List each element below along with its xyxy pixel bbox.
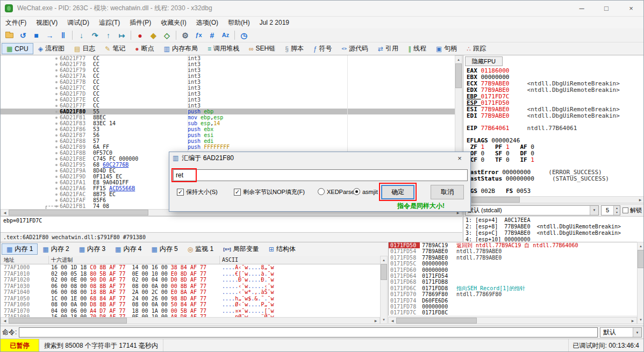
tab-memmap[interactable]: ▥内存布局 bbox=[159, 43, 203, 54]
stepper-buttons[interactable]: ▲▼ bbox=[613, 206, 620, 215]
register-row[interactable]: LastStatus 00000000 (STATUS_SUCCESS) bbox=[463, 176, 644, 182]
stack-row[interactable]: 0171FD680171FDB8 bbox=[389, 279, 637, 285]
assembler-engine-radio-0[interactable]: XEDParse bbox=[318, 188, 354, 195]
register-row[interactable]: EIP 77B64061 ntdll.77B64061 bbox=[463, 125, 644, 132]
tab-handles[interactable]: ▣句柄 bbox=[431, 43, 462, 54]
clock-button[interactable]: ◷ bbox=[237, 29, 251, 41]
bottom-tab-struct[interactable]: ⊞结构体 bbox=[264, 243, 300, 255]
open-file-button[interactable] bbox=[3, 29, 16, 41]
tab-callstack[interactable]: ≡调用堆栈 bbox=[203, 43, 244, 54]
assemble-option-checkbox-0[interactable]: ✓保持大小(S) bbox=[177, 188, 218, 196]
cancel-button[interactable]: 取消 bbox=[431, 185, 464, 199]
menu-item-1[interactable]: 视图(V) bbox=[31, 17, 62, 29]
scroll-up-button[interactable]: ▲ bbox=[455, 56, 462, 63]
stack-view[interactable]: 0171FD5077B9AC19返回到 ntdll.77B9AC19 自 ntd… bbox=[388, 242, 637, 315]
argument-count-stepper[interactable]: 5 ▲▼ bbox=[601, 205, 620, 215]
stack-row[interactable]: 0171FD5077B9AC19返回到 ntdll.77B9AC19 自 ntd… bbox=[389, 242, 637, 248]
scrollbar-thumb[interactable] bbox=[638, 250, 644, 268]
hash-button[interactable]: # bbox=[205, 29, 219, 41]
scroll-left-button[interactable]: ◀ bbox=[1, 210, 9, 215]
command-input[interactable] bbox=[19, 327, 598, 337]
scroll-up-button[interactable]: ▲ bbox=[381, 256, 387, 264]
flags-row[interactable]: CF 0 TF 0 IF 1 bbox=[463, 157, 644, 163]
argument-row[interactable]: 4: [esp+10] 00000000 bbox=[463, 236, 644, 242]
command-profile-select[interactable]: 默认 ▼ bbox=[600, 327, 642, 337]
menu-item-4[interactable]: 插件(P) bbox=[125, 17, 156, 29]
argument-row[interactable]: 1: [esp+4] A0C17EEA bbox=[463, 217, 644, 224]
scrollbar-thumb[interactable] bbox=[455, 63, 462, 88]
unlock-checkbox[interactable]: 解锁 bbox=[622, 206, 643, 214]
scroll-down-button[interactable]: ▼ bbox=[381, 316, 387, 324]
disasm-row[interactable]: 6AD21F7BCCint3 bbox=[1, 79, 455, 85]
registers-hscrollbar[interactable]: ◀▶ bbox=[463, 196, 644, 203]
assemble-instruction-input[interactable] bbox=[173, 169, 468, 181]
menu-item-0[interactable]: 文件(F) bbox=[1, 17, 31, 29]
disasm-row[interactable]: 6AD21F818BECmov ebp,esp bbox=[1, 114, 455, 120]
dialog-close-button[interactable]: × bbox=[452, 152, 467, 164]
tab-script[interactable]: §脚本 bbox=[280, 43, 309, 54]
stack-row[interactable]: 0171FD6000000000 bbox=[389, 267, 637, 273]
trace-into-button[interactable]: ◆ bbox=[147, 29, 160, 41]
dump-row[interactable]: 77AF10501C 00 1E 00 68 84 AF 77 24 00 26… bbox=[1, 296, 380, 302]
menu-item-2[interactable]: 调试(D) bbox=[62, 17, 94, 29]
scroll-up-button[interactable]: ▲ bbox=[638, 242, 644, 250]
dump-row[interactable]: 77AF104006 00 08 00 18 8B AF 77 2A 00 2C… bbox=[1, 289, 380, 296]
calling-convention-select[interactable]: 默认 (stdcall) ▼ bbox=[465, 205, 599, 215]
disasm-row[interactable]: 6AD21F7DCCint3 bbox=[1, 91, 455, 97]
menu-item-8[interactable]: Jul 2 2019 bbox=[255, 17, 294, 28]
scrollbar-thumb[interactable] bbox=[381, 264, 387, 280]
register-row[interactable]: EDI 77B9ABE0 <ntdll.DbgUiRemoteBreakin> bbox=[463, 113, 644, 119]
stop-debug-button[interactable]: ■ bbox=[30, 29, 43, 41]
menu-item-7[interactable]: 帮助(H) bbox=[223, 17, 255, 29]
disasm-row[interactable]: 6AD21F79CCint3 bbox=[1, 67, 455, 73]
scrollbar-thumb[interactable] bbox=[9, 210, 148, 215]
stack-row[interactable]: 0171FD7077869F80ntdll.77869F80 bbox=[389, 291, 637, 297]
dump-vscrollbar[interactable]: ▲▼ bbox=[380, 256, 388, 324]
stack-hscrollbar[interactable]: ◀▶ bbox=[388, 317, 637, 324]
tab-symbols[interactable]: ƒ符号 bbox=[309, 43, 337, 54]
stack-row[interactable]: 0171FD5877B9ABE0ntdll.77B9ABE0 bbox=[389, 255, 637, 261]
disasm-row[interactable]: 6AD21F8653push ebx bbox=[1, 126, 455, 132]
dump-row[interactable]: 77AF103006 00 08 00 08 8B AF 77 08 00 0A… bbox=[1, 283, 380, 290]
breakpoints-button[interactable]: ● bbox=[133, 29, 147, 41]
scroll-down-button[interactable]: ▼ bbox=[638, 316, 644, 324]
stack-row[interactable]: 0171FD5477B9ABE0ntdll.77B9ABE0 bbox=[389, 248, 637, 254]
tab-trace[interactable]: ∴跟踪 bbox=[462, 43, 491, 54]
disasm-row[interactable]: 6AD21F7CCCint3 bbox=[1, 85, 455, 91]
dump-row[interactable]: 77AF107004 00 06 00 A4 D7 AF 77 18 00 1A… bbox=[1, 308, 380, 314]
scroll-right-button[interactable]: ▶ bbox=[636, 197, 644, 203]
dump-row[interactable]: 77AF106008 00 0A 00 D8 8B AF 77 08 00 0A… bbox=[1, 301, 380, 308]
disasm-row[interactable]: 6AD21F78CCint3 bbox=[1, 61, 455, 67]
tab-breakpoints[interactable]: ●断点 bbox=[130, 43, 159, 54]
argument-row[interactable]: 3: [esp+C] 77B9ABE0 <ntdll.DbgUiRemoteBr… bbox=[463, 230, 644, 236]
bottom-tab-locals[interactable]: [x=]局部变量 bbox=[218, 243, 263, 255]
dump-row[interactable]: 77AF100016 00 1D 18 C0 8B AF 77 14 00 16… bbox=[1, 264, 380, 271]
step-over-button[interactable]: ↷ bbox=[88, 29, 102, 41]
settings-button[interactable]: ⚙ bbox=[178, 29, 192, 41]
menu-item-6[interactable]: 选项(O) bbox=[191, 17, 223, 29]
stack-row[interactable]: 0171FD6C0171FDD8指向SEH_Record[1]的指针 bbox=[389, 285, 637, 291]
menu-item-3[interactable]: 追踪(T) bbox=[94, 17, 125, 29]
stack-row[interactable]: 0171FD5C00000000 bbox=[389, 261, 637, 267]
dump-hscrollbar[interactable]: ◀▶ bbox=[1, 317, 380, 324]
disasm-row[interactable]: 6AD21F7ECCint3 bbox=[1, 97, 455, 103]
tab-graph[interactable]: ◈流程图 bbox=[33, 43, 69, 54]
font-az-button[interactable]: Az bbox=[219, 29, 232, 41]
disasm-row[interactable]: 6AD21F8756push esi bbox=[1, 132, 455, 138]
bottom-tab-watch1[interactable]: ◎监视 1 bbox=[183, 243, 219, 255]
memory-dump-view[interactable]: 77AF100016 00 1D 18 C0 8B AF 77 14 00 16… bbox=[1, 264, 380, 317]
tab-cpu[interactable]: ▦CPU bbox=[2, 43, 33, 54]
stack-row[interactable]: 0171FD7C0171FD8C bbox=[389, 310, 637, 315]
tab-notes[interactable]: ✎笔记 bbox=[100, 43, 130, 54]
tab-seh[interactable]: ∞SEH链 bbox=[244, 43, 280, 54]
menu-item-5[interactable]: 收藏夹(I) bbox=[156, 17, 191, 29]
disasm-row[interactable]: 6AD21F8055push ebp bbox=[1, 109, 455, 114]
tab-threads[interactable]: ∥线程 bbox=[403, 43, 431, 54]
disasm-row[interactable]: 6AD21F896A FFpush FFFFFFFF bbox=[1, 144, 455, 150]
scroll-left-button[interactable]: ◀ bbox=[1, 318, 9, 324]
tab-log[interactable]: ▤日志 bbox=[69, 43, 100, 54]
pause-button[interactable]: ‖ bbox=[56, 29, 70, 41]
stack-row[interactable]: 0171FD74D60FE6D6 bbox=[389, 298, 637, 304]
argument-row[interactable]: 2: [esp+8] 77B9ABE0 <ntdll.DbgUiRemoteBr… bbox=[463, 224, 644, 230]
scrollbar-thumb[interactable] bbox=[9, 318, 127, 324]
